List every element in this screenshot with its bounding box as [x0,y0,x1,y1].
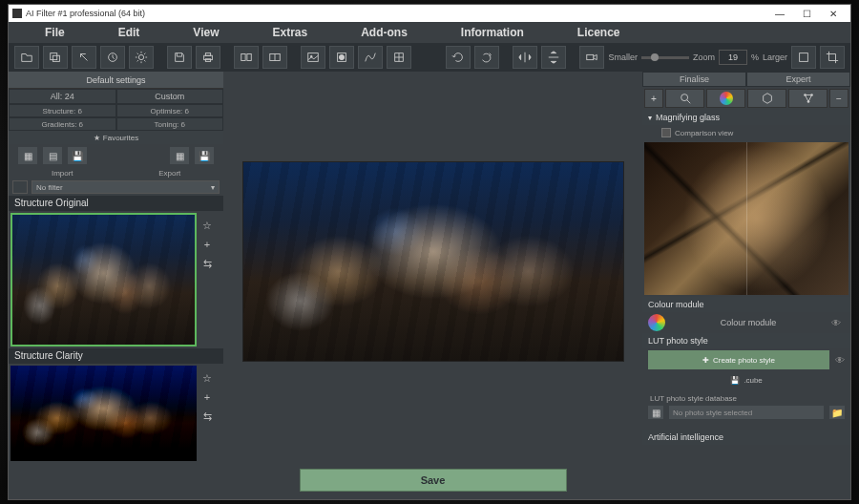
flip-h-icon[interactable] [513,46,537,69]
param-optimise[interactable]: Optimise: 6 [116,104,224,117]
save-icon[interactable] [167,46,192,69]
eye-icon-2[interactable]: 👁 [835,355,845,366]
preset-compare-icon[interactable]: ⇆ [200,257,214,270]
undo-icon[interactable] [72,46,96,69]
zoom-slider[interactable] [641,56,689,59]
svg-rect-1 [52,55,59,61]
menu-view[interactable]: View [166,26,245,39]
preset-compare-icon-2[interactable]: ⇆ [200,410,214,423]
gear-icon[interactable] [129,46,154,69]
zoom-value[interactable]: 19 [719,50,747,65]
preset-fav-icon[interactable]: ☆ [200,219,214,232]
filter-select[interactable]: No filter ▾ [31,180,220,194]
comparison-checkbox[interactable] [661,128,671,137]
maximize-button[interactable]: ☐ [793,5,820,22]
save-button[interactable]: Save [300,469,567,492]
colour-module-header[interactable]: Colour module [642,297,850,312]
svg-rect-7 [241,54,245,61]
menu-information[interactable]: Information [434,26,551,39]
video-icon[interactable] [579,46,604,69]
menu-extras[interactable]: Extras [245,26,334,39]
ai-header[interactable]: Artificial intelligence [642,430,850,445]
main-canvas[interactable] [242,161,624,362]
colour-module-header-label: Colour module [648,300,704,309]
timeline-icon[interactable] [100,46,125,69]
svg-rect-16 [800,53,808,62]
preset-thumb-structure-original[interactable] [10,213,197,346]
menu-addons[interactable]: Add-ons [334,26,434,39]
create-lut-button[interactable]: ✚ Create photo style [648,350,829,369]
open-icon[interactable] [14,46,39,69]
magnifier-preview[interactable] [644,142,849,295]
fit-icon[interactable] [791,46,816,69]
crop-icon[interactable] [820,46,845,69]
image-icon[interactable] [301,46,325,69]
main-area: Default settings All: 24 Custom Structur… [9,72,850,499]
colour-wheel-icon [648,314,665,331]
add-tool-icon[interactable]: + [644,89,663,108]
filter-toggle-icon[interactable] [12,180,28,194]
left-panel: Default settings All: 24 Custom Structur… [9,72,223,499]
export-preset-icon[interactable]: 💾 [195,147,214,164]
svg-point-17 [681,94,687,101]
db-grid-icon[interactable]: ▦ [648,406,663,419]
preset-fav-icon-2[interactable]: ☆ [200,371,214,385]
save-preset-icon[interactable]: 💾 [68,147,87,164]
tab-custom[interactable]: Custom [116,89,224,104]
flip-v-icon[interactable] [541,46,566,69]
chevron-down-icon: ▾ [211,183,215,192]
preset-thumb-structure-clarity[interactable] [10,366,197,461]
menu-file[interactable]: File [18,26,92,39]
magnifier-tool-icon[interactable] [665,89,704,108]
colour-module-label[interactable]: Colour module [671,318,826,327]
ai-header-label: Artificial intelligence [648,432,723,442]
star-icon: ★ [94,134,100,142]
list-view-icon[interactable]: ▤ [43,147,62,164]
create-lut-label: Create photo style [713,356,775,365]
param-gradients[interactable]: Gradients: 6 [9,117,116,131]
param-structure[interactable]: Structure: 6 [9,104,116,117]
curve-icon[interactable] [358,46,383,69]
lut-tool-icon[interactable] [747,89,786,108]
param-toning[interactable]: Toning: 6 [116,117,224,131]
grid-view-icon[interactable]: ▦ [18,147,37,164]
svg-rect-5 [205,53,210,56]
lut-style-select[interactable]: No photo style selected [669,406,824,419]
preset-add-icon-2[interactable]: + [200,390,214,404]
tab-all[interactable]: All: 24 [9,89,116,104]
batch-icon[interactable] [43,46,68,69]
lut-db-label: LUT photo style database [642,394,850,403]
grid2-icon[interactable]: ▦ [170,147,189,164]
eye-icon[interactable]: 👁 [831,318,845,328]
print-icon[interactable] [196,46,220,69]
favourites-label: Favourites [103,134,138,142]
save-cube-icon[interactable]: 💾 [730,376,740,385]
preset-add-icon[interactable]: + [200,238,214,251]
mask-icon[interactable] [329,46,354,69]
lut-header[interactable]: LUT photo style [642,333,850,348]
remove-tool-icon[interactable]: − [829,89,849,108]
svg-line-18 [686,100,690,104]
magnifying-glass-header[interactable]: ▾ Magnifying glass [642,110,850,125]
tab-finalise[interactable]: Finalise [642,72,746,87]
colour-tool-icon[interactable] [706,89,745,108]
history-icon[interactable] [446,46,471,69]
tab-expert[interactable]: Expert [746,72,850,87]
ai-tool-icon[interactable] [788,89,828,108]
redo-icon[interactable] [474,46,499,69]
split-icon[interactable] [262,46,287,69]
canvas-area: Save [223,72,642,499]
lut-style-select-label: No photo style selected [673,409,752,417]
menu-licence[interactable]: Licence [551,26,647,39]
compare-icon[interactable] [234,46,259,69]
close-button[interactable]: ✕ [820,5,847,22]
svg-point-14 [339,54,344,59]
preset-structure-original-header: Structure Original [9,196,223,211]
import-label[interactable]: Import [9,167,116,178]
menu-edit[interactable]: Edit [92,26,167,39]
folder-icon[interactable]: 📁 [829,406,845,419]
export-label[interactable]: Export [116,167,224,178]
minimize-button[interactable]: — [766,5,793,22]
grid-icon[interactable] [387,46,411,69]
zoom-slider-group: Smaller [608,52,689,62]
